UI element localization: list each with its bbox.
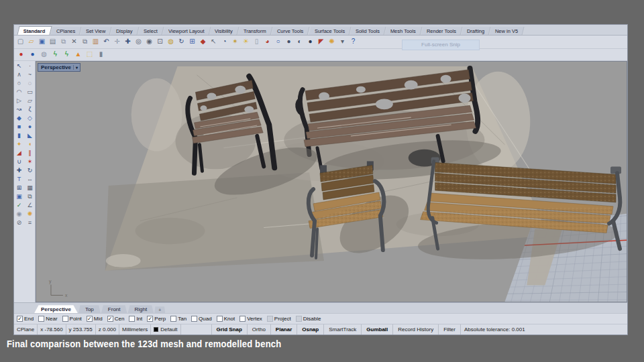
move-tool-icon[interactable]: ✚	[14, 166, 24, 175]
viewport-tab-add[interactable]: +	[154, 306, 165, 313]
osnap-cen-checkbox[interactable]: ✓	[107, 316, 113, 322]
osnap-cen[interactable]: ✓Cen	[107, 316, 125, 322]
hide-icon[interactable]: ⊘	[14, 219, 24, 227]
osnap-disable-checkbox[interactable]	[296, 316, 302, 322]
osnap-tan-checkbox[interactable]	[170, 316, 176, 322]
ellipse-icon[interactable]: ◌	[25, 79, 35, 88]
viewport-title[interactable]: Perspective ▾	[38, 63, 80, 72]
split-icon[interactable]: ∥	[25, 149, 35, 158]
hatch-icon[interactable]: ▦	[25, 184, 35, 192]
plane-icon[interactable]: ▱	[25, 97, 35, 105]
osnap-near-checkbox[interactable]	[38, 316, 44, 322]
undo-view-icon[interactable]: ◆	[198, 37, 208, 47]
osnap-point[interactable]: Point	[62, 316, 82, 322]
analyze-icon[interactable]: ✓	[14, 201, 24, 210]
osnap-knot-checkbox[interactable]	[217, 316, 223, 322]
single-point-icon[interactable]: ·	[25, 62, 35, 70]
circle-icon[interactable]: ○	[14, 79, 24, 88]
orbit-icon[interactable]: ◔	[219, 37, 229, 47]
sphere-icon[interactable]: ●	[25, 123, 35, 131]
render-tools-icon[interactable]: ◉	[14, 210, 24, 219]
rendered-display-icon[interactable]: ●	[284, 37, 294, 47]
options-tool-icon[interactable]: ✺	[25, 210, 35, 219]
osnap-quad-checkbox[interactable]	[191, 316, 197, 322]
file-new-icon[interactable]: ▢	[15, 37, 25, 47]
osnap-quad[interactable]: Quad	[191, 316, 212, 322]
polyline-icon[interactable]: ∧	[14, 70, 24, 79]
viewport-title-dropdown-icon[interactable]: ▾	[73, 65, 78, 70]
viewport-tab-front[interactable]: Front	[101, 305, 127, 313]
light-icon[interactable]: ☀	[241, 37, 251, 47]
file-save-icon[interactable]: ▣	[37, 37, 47, 47]
menu-tab-solid-tools[interactable]: Solid Tools	[350, 27, 386, 35]
file-open-icon[interactable]: ▱	[26, 37, 36, 47]
toggle-filter[interactable]: Filter	[439, 324, 461, 335]
osnap-knot[interactable]: Knot	[217, 316, 235, 322]
select-icon[interactable]: ↖	[209, 37, 219, 47]
osnap-mid[interactable]: ✓Mid	[87, 316, 103, 322]
group-icon[interactable]: ⧉	[25, 192, 35, 201]
popup-menu-icon[interactable]: ▾	[337, 37, 347, 47]
pan-icon[interactable]: ✛	[112, 37, 122, 47]
polygon-icon[interactable]: ▷	[14, 97, 24, 105]
paste-icon[interactable]: ▥	[91, 37, 101, 47]
flag-icon[interactable]: ◤	[316, 37, 326, 47]
osnap-int[interactable]: Int	[129, 316, 142, 322]
material-cylinder-icon[interactable]: ▮	[96, 50, 106, 60]
osnap-near[interactable]: Near	[38, 316, 57, 322]
viewport-layout-icon[interactable]: ⊞	[187, 37, 197, 47]
surface-icon[interactable]: ◆	[14, 114, 24, 123]
osnap-int-checkbox[interactable]	[129, 316, 135, 322]
menu-tab-select[interactable]: Select	[138, 27, 164, 35]
measure-icon[interactable]: ∠	[25, 201, 35, 210]
toggle-flash-b-icon[interactable]: ϟ	[62, 50, 72, 60]
osnap-perp[interactable]: ✓Perp	[147, 316, 166, 322]
zoom-icon[interactable]: ◎	[133, 37, 144, 47]
toggle-ortho[interactable]: Ortho	[248, 324, 271, 335]
render-gray-sphere-icon[interactable]: ◍	[39, 50, 49, 60]
toggle-osnap[interactable]: Osnap	[297, 324, 324, 335]
osnap-tan[interactable]: Tan	[170, 316, 186, 322]
menu-tab-surface-tools[interactable]: Surface Tools	[309, 27, 351, 35]
menu-tab-visibility[interactable]: Visibility	[209, 27, 239, 35]
smarttrack-toggle-icon[interactable]: ✶	[230, 37, 240, 47]
status-pane-cplane[interactable]: CPlane	[14, 324, 38, 335]
toggle-gumball[interactable]: Gumball	[362, 324, 393, 335]
menu-tab-transform[interactable]: Transform	[238, 27, 273, 35]
fillet-icon[interactable]: ◖	[25, 140, 35, 149]
menu-tab-curve-tools[interactable]: Curve Tools	[272, 27, 310, 35]
undo-icon[interactable]: ↶	[101, 37, 111, 47]
osnap-point-checkbox[interactable]	[62, 316, 68, 322]
viewport-tab-top[interactable]: Top	[78, 305, 101, 313]
lock-icon[interactable]: ▯	[252, 37, 262, 47]
osnap-end[interactable]: ✓End	[17, 316, 34, 322]
cut-icon[interactable]: ✕	[69, 37, 79, 47]
osnap-vertex-checkbox[interactable]	[239, 316, 246, 322]
osnap-vertex[interactable]: Vertex	[239, 316, 262, 322]
osnap-mid-checkbox[interactable]: ✓	[87, 316, 93, 322]
osnap-project[interactable]: Project	[267, 316, 291, 322]
render-blue-sphere-icon[interactable]: ●	[28, 50, 38, 60]
select-points-icon[interactable]: ⬚	[85, 50, 95, 60]
osnap-perp-checkbox[interactable]: ✓	[147, 316, 153, 322]
dimension-icon[interactable]: ↔	[25, 175, 35, 184]
menu-tab-standard[interactable]: Standard	[17, 26, 52, 35]
render-circle-icon[interactable]: ○	[273, 37, 283, 47]
helix-icon[interactable]: ζ	[25, 105, 35, 114]
toggle-planar[interactable]: Planar	[271, 324, 297, 335]
join-icon[interactable]: ∪	[14, 158, 24, 166]
viewport-tab-right[interactable]: Right	[128, 305, 154, 313]
perspective-viewport[interactable]: Perspective ▾	[36, 61, 627, 302]
osnap-end-checkbox[interactable]: ✓	[17, 316, 23, 322]
loft-icon[interactable]: ◣	[25, 131, 35, 140]
rectangle-icon[interactable]: ▭	[25, 88, 35, 97]
box-icon[interactable]: ■	[14, 123, 24, 131]
page-properties-icon[interactable]: ⧉	[58, 37, 68, 47]
layers-icon[interactable]: ≡	[25, 219, 35, 227]
surface-corner-icon[interactable]: ◇	[25, 114, 35, 123]
rotate-tool-icon[interactable]: ↻	[25, 166, 35, 175]
trim-icon[interactable]: ◢	[14, 149, 24, 158]
print-icon[interactable]: ▤	[48, 37, 58, 47]
menu-tab-set-view[interactable]: Set View	[80, 27, 111, 35]
copy-icon[interactable]: ⧉	[80, 37, 90, 47]
